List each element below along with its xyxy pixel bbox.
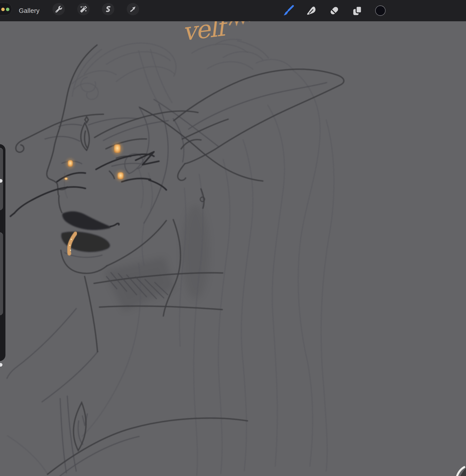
magic-wand-icon — [80, 6, 87, 13]
window-control-amber-dot[interactable] — [1, 8, 5, 11]
sidebar — [0, 144, 5, 361]
brush-size-slider[interactable] — [0, 148, 3, 210]
color-swatch — [375, 5, 386, 16]
transform-arrow-icon — [129, 6, 136, 13]
wrench-icon — [55, 6, 62, 13]
actions-button[interactable] — [52, 3, 65, 15]
window-control-green-dot[interactable] — [6, 8, 9, 11]
layers-icon — [352, 5, 363, 16]
toolbar: Gallery — [0, 0, 466, 21]
drawing-canvas[interactable]: velf — [0, 0, 466, 476]
window-controls[interactable] — [0, 3, 12, 15]
eraser-tool[interactable] — [329, 5, 340, 16]
opacity-slider[interactable] — [0, 232, 3, 315]
smudge-finger-icon — [306, 5, 317, 16]
eraser-icon — [329, 5, 340, 16]
smudge-tool[interactable] — [306, 5, 317, 16]
color-tool[interactable] — [375, 5, 386, 16]
paint-brush-tool[interactable] — [282, 5, 294, 17]
gallery-button[interactable]: Gallery — [19, 0, 40, 21]
selection-s-icon — [105, 6, 112, 13]
brush-size-handle[interactable] — [0, 179, 2, 183]
selection-button[interactable] — [102, 3, 114, 15]
transform-button[interactable] — [127, 3, 139, 15]
adjustments-button[interactable] — [77, 3, 90, 15]
layers-tool[interactable] — [352, 5, 363, 16]
paint-brush-icon — [282, 5, 294, 17]
